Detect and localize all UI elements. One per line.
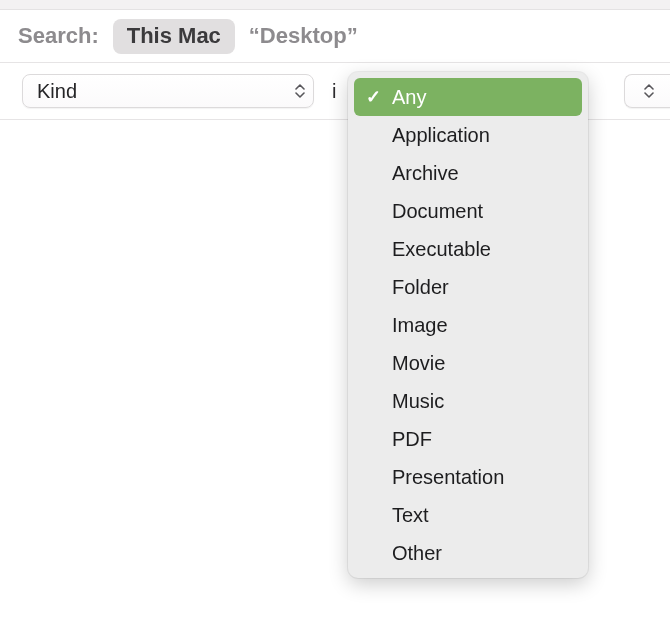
- scope-desktop[interactable]: “Desktop”: [249, 23, 358, 49]
- menu-item-label: Any: [392, 86, 426, 109]
- menu-item-label: Text: [392, 504, 429, 527]
- menu-item-label: PDF: [392, 428, 432, 451]
- menu-item-archive[interactable]: Archive: [354, 154, 582, 192]
- menu-item-folder[interactable]: Folder: [354, 268, 582, 306]
- criteria-value-popup[interactable]: [624, 74, 670, 108]
- kind-dropdown-menu[interactable]: ✓AnyApplicationArchiveDocumentExecutable…: [348, 72, 588, 578]
- menu-item-executable[interactable]: Executable: [354, 230, 582, 268]
- window-toolbar-strip: [0, 0, 670, 10]
- menu-item-label: Image: [392, 314, 448, 337]
- search-scope-bar: Search: This Mac “Desktop”: [0, 10, 670, 62]
- criteria-operator-text: i: [332, 80, 336, 103]
- menu-item-label: Document: [392, 200, 483, 223]
- search-label: Search:: [18, 23, 99, 49]
- menu-item-label: Presentation: [392, 466, 504, 489]
- menu-item-music[interactable]: Music: [354, 382, 582, 420]
- menu-item-document[interactable]: Document: [354, 192, 582, 230]
- menu-item-any[interactable]: ✓Any: [354, 78, 582, 116]
- menu-item-label: Executable: [392, 238, 491, 261]
- menu-item-movie[interactable]: Movie: [354, 344, 582, 382]
- menu-item-label: Archive: [392, 162, 459, 185]
- menu-item-presentation[interactable]: Presentation: [354, 458, 582, 496]
- scope-this-mac[interactable]: This Mac: [113, 19, 235, 54]
- menu-item-label: Movie: [392, 352, 445, 375]
- menu-item-text[interactable]: Text: [354, 496, 582, 534]
- menu-item-label: Folder: [392, 276, 449, 299]
- menu-item-pdf[interactable]: PDF: [354, 420, 582, 458]
- criteria-attribute-value: Kind: [37, 80, 77, 103]
- menu-item-image[interactable]: Image: [354, 306, 582, 344]
- updown-stepper-icon: [293, 82, 307, 100]
- menu-item-label: Music: [392, 390, 444, 413]
- menu-item-other[interactable]: Other: [354, 534, 582, 572]
- criteria-attribute-popup[interactable]: Kind: [22, 74, 314, 108]
- menu-item-label: Application: [392, 124, 490, 147]
- menu-item-label: Other: [392, 542, 442, 565]
- updown-stepper-icon: [642, 82, 656, 100]
- menu-item-application[interactable]: Application: [354, 116, 582, 154]
- checkmark-icon: ✓: [366, 86, 381, 108]
